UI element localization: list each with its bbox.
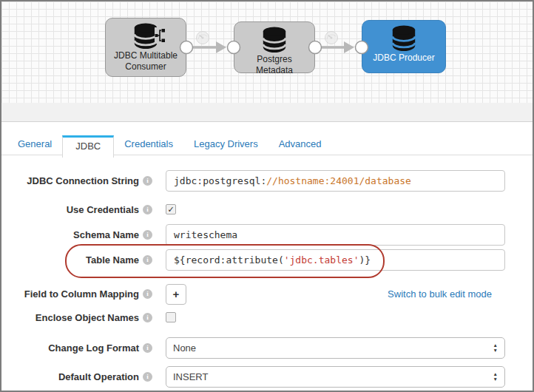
jdbc-config-panel: JDBC Connection String i jdbc:postgresql… bbox=[1, 155, 533, 392]
database-icon bbox=[388, 24, 419, 53]
config-row: JDBC Connection String i jdbc:postgresql… bbox=[1, 170, 533, 192]
tab-general[interactable]: General bbox=[7, 135, 62, 155]
default-operation-label: Default Operation bbox=[1, 371, 139, 382]
stage-label: JDBC Producer bbox=[370, 53, 437, 64]
stream-link-arrow[interactable] bbox=[308, 38, 370, 57]
default-operation-select[interactable]: INSERT ▲▼ bbox=[166, 366, 505, 388]
connection-scheme-text: jdbc:postgresql: bbox=[174, 175, 266, 186]
config-row: Default Operation i INSERT ▲▼ bbox=[1, 366, 533, 388]
config-row: Change Log Format i None ▲▼ bbox=[1, 337, 533, 359]
select-spinner-icon: ▲▼ bbox=[493, 343, 498, 352]
table-expr-prefix: ${record:attribute( bbox=[174, 254, 284, 266]
stream-link-arrow[interactable] bbox=[179, 38, 243, 57]
output-port[interactable] bbox=[180, 41, 193, 54]
database-icon bbox=[130, 22, 161, 50]
table-name-input[interactable]: ${record:attribute('jdbc.tables')} bbox=[166, 249, 505, 271]
tab-credentials[interactable]: Credentials bbox=[114, 135, 183, 155]
select-spinner-icon: ▲▼ bbox=[493, 372, 498, 381]
bulk-edit-link[interactable]: Switch to bulk edit mode bbox=[388, 288, 492, 300]
change-log-format-label: Change Log Format bbox=[1, 342, 139, 354]
config-row: Field to Column Mapping i + Switch to bu… bbox=[1, 283, 533, 305]
database-icon bbox=[259, 26, 290, 54]
use-credentials-checkbox[interactable]: ✓ bbox=[166, 204, 176, 214]
tab-advanced[interactable]: Advanced bbox=[268, 135, 332, 155]
add-field-mapping-button[interactable]: + bbox=[166, 284, 186, 305]
connection-host-text: //hostname:24001/database bbox=[266, 175, 411, 186]
info-icon[interactable]: i bbox=[143, 176, 152, 186]
info-icon[interactable]: i bbox=[143, 255, 152, 265]
stage-label: JDBC Multitable Consumer bbox=[106, 50, 186, 72]
stage-label: Postgres Metadata bbox=[234, 54, 314, 75]
change-log-format-select[interactable]: None ▲▼ bbox=[166, 337, 505, 359]
metrics-gauge-icon bbox=[324, 30, 339, 45]
input-port[interactable] bbox=[356, 41, 368, 54]
change-log-format-value: None bbox=[173, 342, 196, 354]
field-to-column-mapping-label: Field to Column Mapping bbox=[1, 288, 139, 300]
schema-name-input[interactable]: writeschema bbox=[166, 224, 505, 246]
info-icon[interactable]: i bbox=[143, 289, 152, 299]
use-credentials-label: Use Credentials bbox=[1, 204, 139, 215]
output-port[interactable] bbox=[309, 41, 322, 54]
info-icon[interactable]: i bbox=[143, 372, 152, 382]
table-name-label: Table Name bbox=[1, 254, 139, 266]
config-row: Use Credentials i ✓ bbox=[1, 203, 533, 215]
jdbc-connection-string-label: JDBC Connection String bbox=[1, 175, 139, 186]
stage-node-jdbc-multitable-consumer[interactable]: JDBC Multitable Consumer bbox=[105, 18, 186, 77]
info-icon[interactable]: i bbox=[143, 205, 152, 214]
jdbc-connection-string-input[interactable]: jdbc:postgresql://hostname:24001/databas… bbox=[166, 170, 505, 192]
multitable-fork-icon bbox=[155, 27, 166, 44]
info-icon[interactable]: i bbox=[143, 230, 152, 240]
canvas-footer-strip bbox=[1, 103, 533, 122]
pipeline-canvas: JDBC Multitable Consumer Postgres Metada… bbox=[1, 1, 533, 103]
config-tabs: General JDBC Credentials Legacy Drivers … bbox=[1, 135, 533, 155]
input-port[interactable] bbox=[228, 41, 240, 54]
app-window: JDBC Multitable Consumer Postgres Metada… bbox=[0, 0, 534, 392]
info-icon[interactable]: i bbox=[143, 343, 152, 353]
tab-legacy-drivers[interactable]: Legacy Drivers bbox=[183, 135, 268, 155]
enclose-object-names-checkbox[interactable] bbox=[166, 312, 176, 322]
metrics-gauge-icon bbox=[195, 30, 210, 45]
table-expr-suffix: )} bbox=[359, 254, 371, 266]
stage-node-postgres-metadata[interactable]: Postgres Metadata bbox=[234, 21, 315, 73]
table-expr-string: 'jdbc.tables' bbox=[284, 254, 359, 266]
info-icon[interactable]: i bbox=[143, 313, 152, 322]
schema-name-label: Schema Name bbox=[1, 229, 139, 240]
stage-node-jdbc-producer[interactable]: JDBC Producer bbox=[362, 20, 446, 73]
tab-jdbc[interactable]: JDBC bbox=[62, 135, 114, 158]
config-row: Enclose Object Names i bbox=[1, 311, 533, 323]
enclose-object-names-label: Enclose Object Names bbox=[1, 312, 139, 323]
default-operation-value: INSERT bbox=[173, 371, 208, 382]
config-row: Schema Name i writeschema bbox=[1, 224, 533, 246]
config-row: Table Name i ${record:attribute('jdbc.ta… bbox=[1, 249, 533, 271]
